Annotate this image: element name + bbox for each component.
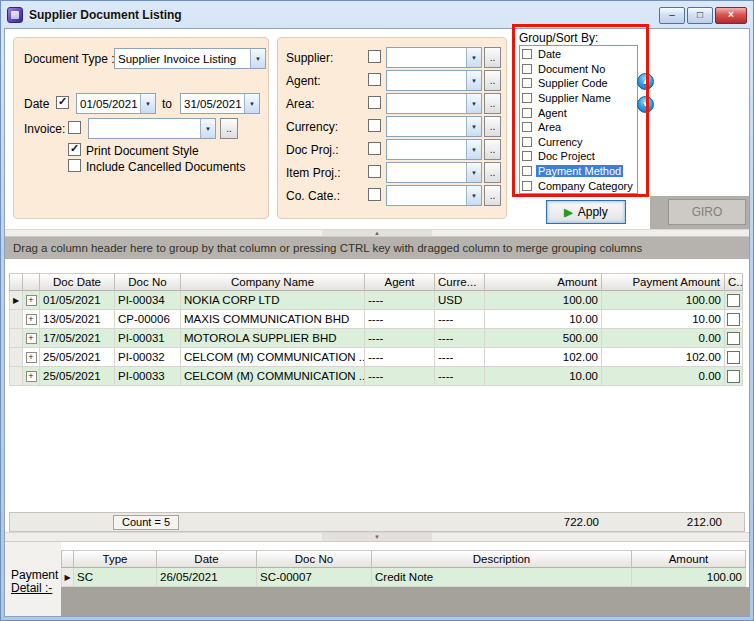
amount-header[interactable]: Amount (485, 273, 602, 291)
chevron-down-icon[interactable]: ▼ (250, 49, 265, 68)
move-down-button[interactable]: ▼ (637, 96, 654, 113)
description-header[interactable]: Description (372, 550, 632, 568)
area-select[interactable]: ▼ (386, 93, 482, 114)
row-checkbox[interactable] (727, 294, 740, 307)
table-row[interactable]: ▶ + 01/05/2021 PI-00034 NOKIA CORP LTD -… (9, 291, 745, 310)
doc-no-header[interactable]: Doc No (115, 273, 181, 291)
supplier-browse-button[interactable]: .. (484, 47, 501, 68)
currency-header[interactable]: Curre... (435, 273, 485, 291)
chevron-down-icon[interactable]: ▼ (200, 119, 215, 138)
chevron-down-icon[interactable]: ▼ (466, 94, 481, 113)
currency-browse-button[interactable]: .. (484, 116, 501, 137)
area-checkbox[interactable] (368, 96, 381, 109)
checkbox[interactable] (522, 122, 532, 132)
checkbox[interactable] (522, 181, 532, 191)
doc-no-header[interactable]: Doc No (257, 550, 372, 568)
doc-proj-browse-button[interactable]: .. (484, 139, 501, 160)
expand-button[interactable]: + (23, 329, 40, 348)
chevron-down-icon[interactable]: ▼ (466, 117, 481, 136)
invoice-browse-button[interactable]: .. (220, 118, 238, 139)
expand-button[interactable]: + (23, 367, 40, 386)
collapse-down-icon[interactable]: ▼ (322, 533, 432, 541)
expand-button[interactable]: + (23, 348, 40, 367)
co-cate-checkbox[interactable] (368, 188, 381, 201)
doc-proj-checkbox[interactable] (368, 142, 381, 155)
group-by-drop-zone[interactable]: Drag a column header here to group by th… (5, 237, 749, 259)
type-header[interactable]: Type (74, 550, 157, 568)
company-name-header[interactable]: Company Name (181, 273, 365, 291)
group-sort-option-agent[interactable]: Agent (520, 105, 637, 120)
agent-header[interactable]: Agent (365, 273, 435, 291)
move-up-button[interactable]: ▲ (637, 73, 654, 90)
area-browse-button[interactable]: .. (484, 93, 501, 114)
group-sort-option-supplier-name[interactable]: Supplier Name (520, 91, 637, 106)
include-cancelled-checkbox[interactable] (68, 159, 81, 172)
minimize-button[interactable]: – (659, 7, 685, 24)
table-row[interactable]: + 13/05/2021 CP-00006 MAXIS COMMUNICATIO… (9, 310, 745, 329)
checkbox[interactable] (522, 166, 532, 176)
doc-proj-select[interactable]: ▼ (386, 139, 482, 160)
row-checkbox[interactable] (727, 332, 740, 345)
group-sort-option-company-category[interactable]: Company Category (520, 178, 637, 193)
expand-button[interactable]: + (23, 310, 40, 329)
chevron-down-icon[interactable]: ▼ (466, 140, 481, 159)
item-proj-checkbox[interactable] (368, 165, 381, 178)
row-checkbox[interactable] (727, 351, 740, 364)
chevron-down-icon[interactable]: ▼ (244, 94, 259, 113)
chevron-down-icon[interactable]: ▼ (466, 186, 481, 205)
group-sort-option-document-no[interactable]: Document No (520, 62, 637, 77)
group-sort-option-payment-method[interactable]: Payment Method (520, 164, 637, 179)
giro-button[interactable]: GIRO (668, 199, 746, 225)
doc-date-header[interactable]: Doc Date (40, 273, 115, 291)
item-proj-browse-button[interactable]: .. (484, 162, 501, 183)
document-type-select[interactable]: Supplier Invoice Listing ▼ (114, 48, 266, 69)
row-checkbox[interactable] (727, 370, 740, 383)
checkbox[interactable] (522, 93, 532, 103)
checkbox[interactable] (522, 151, 532, 161)
date-checkbox[interactable] (56, 96, 69, 109)
maximize-button[interactable]: □ (687, 7, 713, 24)
top-splitter[interactable]: ▲ (5, 229, 749, 237)
checkbox[interactable] (522, 137, 532, 147)
agent-select[interactable]: ▼ (386, 70, 482, 91)
group-sort-option-area[interactable]: Area (520, 120, 637, 135)
supplier-checkbox[interactable] (368, 50, 381, 63)
item-proj-select[interactable]: ▼ (386, 162, 482, 183)
amount-header[interactable]: Amount (632, 550, 746, 568)
co-cate-select[interactable]: ▼ (386, 185, 482, 206)
checkbox[interactable] (522, 108, 532, 118)
expand-button[interactable]: + (23, 291, 40, 310)
bottom-splitter[interactable]: ▼ (5, 532, 749, 542)
invoice-select[interactable]: ▼ (88, 118, 216, 139)
co-cate-browse-button[interactable]: .. (484, 185, 501, 206)
agent-browse-button[interactable]: .. (484, 70, 501, 91)
date-from-field[interactable]: 01/05/2021 ▼ (76, 93, 156, 114)
chevron-down-icon[interactable]: ▼ (466, 48, 481, 67)
group-sort-option-supplier-code[interactable]: Supplier Code (520, 76, 637, 91)
invoice-checkbox[interactable] (68, 121, 81, 134)
chevron-down-icon[interactable]: ▼ (140, 94, 155, 113)
check-header[interactable]: C... (725, 273, 743, 291)
chevron-down-icon[interactable]: ▼ (466, 163, 481, 182)
agent-checkbox[interactable] (368, 73, 381, 86)
checkbox[interactable] (522, 49, 532, 59)
checkbox[interactable] (522, 78, 532, 88)
payment-row[interactable]: ▶ SC 26/05/2021 SC-00007 Credit Note 100… (61, 568, 749, 587)
row-checkbox[interactable] (727, 313, 740, 326)
apply-button[interactable]: ▶ Apply (546, 200, 626, 224)
group-sort-option-currency[interactable]: Currency (520, 135, 637, 150)
print-style-checkbox[interactable] (68, 143, 81, 156)
group-sort-option-doc-project[interactable]: Doc Project (520, 149, 637, 164)
close-button[interactable]: × (715, 7, 747, 24)
currency-checkbox[interactable] (368, 119, 381, 132)
supplier-select[interactable]: ▼ (386, 47, 482, 68)
currency-select[interactable]: ▼ (386, 116, 482, 137)
table-row[interactable]: + 25/05/2021 PI-00033 CELCOM (M) COMMUNI… (9, 367, 745, 386)
collapse-up-icon[interactable]: ▲ (322, 230, 432, 236)
chevron-down-icon[interactable]: ▼ (466, 71, 481, 90)
checkbox[interactable] (522, 64, 532, 74)
table-row[interactable]: + 17/05/2021 PI-00031 MOTOROLA SUPPLIER … (9, 329, 745, 348)
payment-amount-header[interactable]: Payment Amount (602, 273, 725, 291)
table-row[interactable]: + 25/05/2021 PI-00032 CELCOM (M) COMMUNI… (9, 348, 745, 367)
date-header[interactable]: Date (157, 550, 257, 568)
